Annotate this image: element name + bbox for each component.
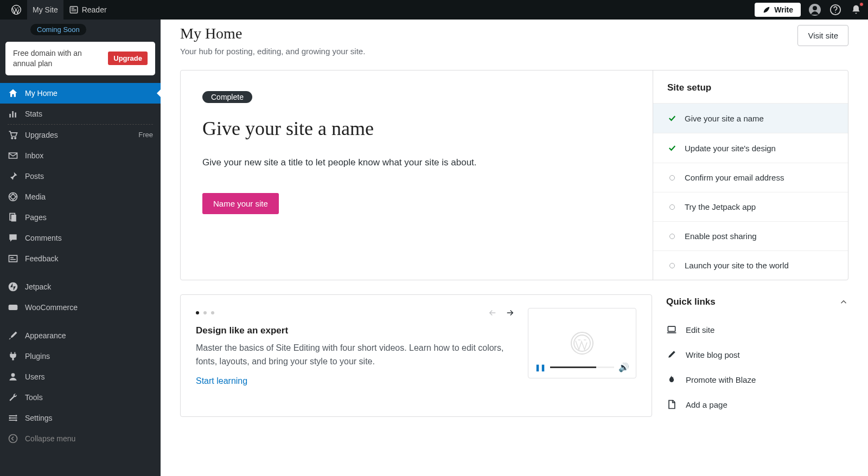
svg-point-23 [11,373,15,377]
notification-dot [859,2,864,7]
setup-step[interactable]: Launch your site to the world [653,250,848,280]
setup-step[interactable]: Give your site a name [653,103,848,133]
svg-point-14 [11,195,15,199]
video-thumbnail[interactable]: ❚❚ 🔊 [528,308,636,378]
topbar-my-site[interactable]: My Site [27,0,63,20]
name-your-site-button[interactable]: Name your site [202,193,279,214]
svg-point-8 [835,12,836,13]
media-icon [8,191,18,202]
next-button[interactable] [505,308,515,318]
setup-step[interactable]: Try the Jetpack app [653,192,848,221]
prev-button[interactable] [488,308,497,318]
profile-icon[interactable] [808,3,821,16]
wrench-icon [8,392,18,403]
sidebar-item-label: Posts [25,172,44,181]
sidebar-item-feedback[interactable]: Feedback [0,248,161,269]
svg-point-6 [813,6,817,10]
upgrade-button[interactable]: Upgrade [108,52,148,65]
svg-rect-4 [71,11,76,11]
sidebar-item-inbox[interactable]: Inbox [0,145,161,166]
sidebar-item-label: Collapse menu [25,434,75,443]
sidebar-item-appearance[interactable]: Appearance [0,325,161,346]
quick-link-label: Add a page [686,400,727,409]
svg-point-30 [9,434,17,442]
sidebar-item-comments[interactable]: Comments [0,228,161,248]
flame-icon [666,374,677,385]
sidebar-item-upgrades[interactable]: Upgrades Free [0,125,161,145]
top-bar: My Site Reader Write [0,0,868,20]
setup-step[interactable]: Enable post sharing [653,221,848,250]
visit-site-button[interactable]: Visit site [797,25,848,46]
volume-icon[interactable]: 🔊 [618,362,629,372]
quick-link-promote-blaze[interactable]: Promote with Blaze [666,367,848,392]
sidebar-item-settings[interactable]: Settings [0,408,161,428]
pause-icon[interactable]: ❚❚ [535,364,546,371]
circle-icon [669,175,675,181]
wordpress-icon [571,332,593,355]
video-progress[interactable] [550,366,614,368]
page-title: My Home [180,25,365,42]
topbar-reader[interactable]: Reader [63,0,112,20]
sidebar-item-collapse[interactable]: Collapse menu [0,428,161,449]
laptop-icon [666,324,677,335]
sidebar-item-tools[interactable]: Tools [0,387,161,408]
home-icon [8,88,18,99]
site-setup-card: Complete Give your site a name Give your… [180,70,848,280]
sidebar-item-woocommerce[interactable]: WooCommerce [0,297,161,318]
sidebar-item-label: Media [25,192,46,201]
svg-rect-9 [9,114,11,118]
sidebar-item-my-home[interactable]: My Home [0,83,161,104]
sidebar-item-stats[interactable]: Stats [0,104,161,124]
svg-rect-19 [10,257,14,258]
sidebar-badge-free: Free [138,131,153,139]
svg-point-13 [15,137,16,139]
quick-link-edit-site[interactable]: Edit site [666,317,848,342]
sidebar-item-label: Pages [25,213,47,222]
start-learning-link[interactable]: Start learning [196,376,247,385]
svg-rect-24 [9,415,16,416]
write-button[interactable]: Write [755,3,801,17]
stats-icon [8,108,18,119]
wp-logo-menu[interactable] [5,0,27,20]
quick-link-label: Write blog post [686,350,740,359]
user-icon [8,371,18,382]
comment-icon [8,233,18,243]
quick-link-label: Edit site [686,325,714,335]
sidebar-item-label: Feedback [25,254,58,263]
sidebar-item-plugins[interactable]: Plugins [0,346,161,366]
quick-link-write-post[interactable]: Write blog post [666,342,848,367]
learn-card-title: Design like an expert [196,325,515,336]
pencil-icon [666,349,677,360]
svg-rect-11 [15,112,16,117]
setup-step-label: Launch your site to the world [685,261,789,270]
svg-rect-2 [71,8,74,9]
svg-rect-26 [9,420,16,421]
sidebar-item-media[interactable]: Media [0,186,161,207]
settings-icon [8,413,18,423]
svg-point-29 [15,419,17,421]
site-setup-panel: Site setup Give your site a name Update … [653,70,848,280]
setup-step-label: Confirm your email address [685,173,784,182]
setup-step[interactable]: Confirm your email address [653,163,848,192]
collapse-icon [8,433,18,444]
sidebar-item-posts[interactable]: Posts [0,166,161,186]
setup-step-label: Give your site a name [685,114,764,123]
sidebar-item-jetpack[interactable]: Jetpack [0,276,161,297]
sidebar-item-label: Tools [25,393,43,402]
svg-rect-17 [11,215,16,222]
sidebar-item-label: Jetpack [25,282,51,291]
sidebar-item-users[interactable]: Users [0,366,161,387]
notifications-icon[interactable] [850,3,863,16]
feedback-icon [8,253,18,264]
chevron-up-icon[interactable] [839,297,848,307]
sidebar: Coming Soon Free domain with an annual p… [0,20,161,476]
quill-icon [762,5,771,14]
sidebar-item-pages[interactable]: Pages [0,207,161,228]
plug-icon [8,351,18,362]
quick-link-add-page[interactable]: Add a page [666,392,848,417]
svg-point-12 [11,137,12,139]
setup-step-label: Try the Jetpack app [685,202,756,211]
write-button-label: Write [774,5,793,14]
help-icon[interactable] [829,3,842,16]
setup-step[interactable]: Update your site's design [653,133,848,163]
